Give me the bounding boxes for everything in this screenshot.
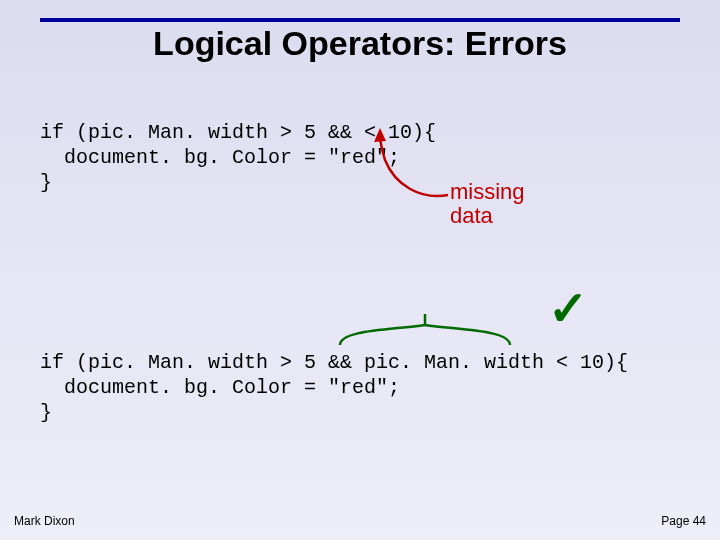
code-block-error: if (pic. Man. width > 5 && < 10){ docume… [40, 120, 436, 195]
code-line: } [40, 401, 52, 424]
code-block-correct: if (pic. Man. width > 5 && pic. Man. wid… [40, 350, 628, 425]
slide-title: Logical Operators: Errors [0, 24, 720, 63]
code-line: } [40, 171, 52, 194]
footer-page: Page 44 [661, 514, 706, 528]
annotation-missing: missing [450, 180, 525, 204]
footer-author: Mark Dixon [14, 514, 75, 528]
annotation-arrows [0, 0, 720, 540]
code-line: if (pic. Man. width > 5 && < 10){ [40, 121, 436, 144]
code-line: document. bg. Color = "red"; [40, 376, 400, 399]
check-icon: ✓ [548, 280, 588, 336]
code-line: if (pic. Man. width > 5 && pic. Man. wid… [40, 351, 628, 374]
code-line: document. bg. Color = "red"; [40, 146, 400, 169]
title-divider [40, 18, 680, 22]
annotation-data: data [450, 204, 493, 228]
